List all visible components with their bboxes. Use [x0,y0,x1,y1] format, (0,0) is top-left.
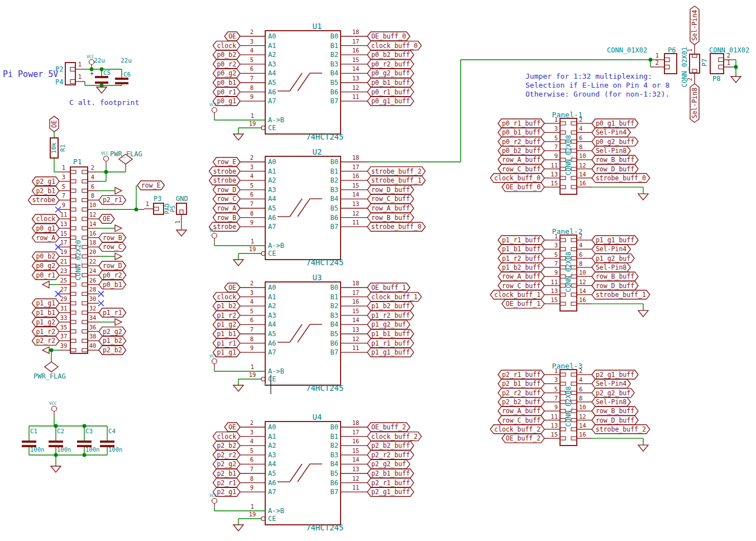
global-label-p1_r2[interactable]: p1_r2 [213,311,241,320]
global-label-OE_buff_2[interactable]: OE_buff_2 [367,423,410,432]
global-label-p2_r1[interactable]: p2_r1 [99,195,126,204]
global-label-p2_b1_buff[interactable]: p2_b1_buff [367,469,414,478]
global-label-OE_buff_0[interactable]: OE_buff_0 [367,32,410,41]
global-label-row_A_buff[interactable]: row_A_buff [498,272,544,281]
global-label-strobe_buff_2[interactable]: strobe_buff_2 [592,425,650,434]
global-label-row_B_buff[interactable]: row_B_buff [592,406,638,415]
vcc-symbol[interactable]: VCC [209,353,217,368]
global-label-OE[interactable]: OE [50,116,59,132]
global-label-p1_r2[interactable]: p1_r2 [32,327,60,336]
connector-Panel-2[interactable]: Panel-2CONN_02X081p1_r1_buff3p1_b1_buff5… [490,227,649,317]
global-label-p1_b1[interactable]: p1_b1 [32,308,60,317]
global-label-p2_b2[interactable]: p2_b2 [213,441,241,450]
global-label-Sel-Pin8[interactable]: Sel-Pin8 [592,398,630,406]
global-label-p1_b1_buff[interactable]: p1_b1_buff [367,329,414,338]
global-label-p0_b1_buff[interactable]: p0_b1_buff [498,128,544,137]
global-label-p1_b2_buff[interactable]: p1_b2_buff [498,263,544,272]
global-label-p0_g2[interactable]: p0_g2 [213,69,241,78]
pad-P3[interactable]: 1P3PAD [144,195,170,214]
global-label-Sel-Pin8[interactable]: Sel-Pin8 [592,263,630,272]
global-label-p2_b2_buff[interactable]: p2_b2_buff [498,398,544,406]
global-label-clock[interactable]: clock [32,214,60,223]
global-label-clock_buff_0[interactable]: clock_buff_0 [367,41,422,50]
global-label-p2_r1[interactable]: p2_r1 [213,478,241,487]
global-label-p0_r2[interactable]: p0_r2 [213,60,241,69]
global-label-p1_r1[interactable]: p1_r1 [99,308,126,317]
capacitor-C2[interactable]: C2100n [49,426,71,455]
ic-U2[interactable]: U274HCT2452A0row_E3A1strobe4A2strobe5A3r… [209,147,425,267]
capacitor-C5[interactable]: +C522u [90,57,111,85]
global-label-p0_r1[interactable]: p0_r1 [213,88,241,97]
vcc-symbol[interactable]: VCC [209,228,217,243]
global-label-OE_buff_1[interactable]: OE_buff_1 [502,299,544,308]
gnd-symbol[interactable] [731,76,741,83]
global-label-row_A_buff[interactable]: row_A_buff [498,155,544,164]
global-label-row_E[interactable]: row_E [137,181,165,190]
gnd-symbol[interactable] [638,310,648,317]
global-label-p1_b2[interactable]: p1_b2 [99,336,126,345]
global-label-p0_g2_buff[interactable]: p0_g2_buff [592,137,638,146]
vcc-symbol[interactable]: VCC [101,151,109,166]
global-label-clock_buff_1[interactable]: clock_buff_1 [490,290,544,299]
global-label-p1_r1_buff[interactable]: p1_r1_buff [498,236,544,245]
capacitor-C1[interactable]: C1100n [22,426,44,455]
global-label-row_C_buff[interactable]: row_C_buff [498,416,544,425]
global-label-OE[interactable]: OE [224,423,240,432]
global-label-p0_b1[interactable]: p0_b1 [99,280,126,289]
gnd-symbol[interactable] [97,87,107,93]
connector-Panel-3[interactable]: Panel-3CONN_02X081p2_r1_buff3p2_b1_buff5… [490,362,649,451]
ic-U4[interactable]: U474HCT2452A0OE3A1clock4A2p2_b25A3p2_r26… [209,413,422,532]
global-label-OE_buff_2[interactable]: OE_buff_2 [502,434,544,443]
global-label-p1_g1[interactable]: p1_g1 [32,299,60,308]
resistor-R1[interactable]: 10kR1 [50,138,66,158]
global-label-p2_b2[interactable]: p2_b2 [99,346,126,355]
global-label-p1_r1_buff[interactable]: p1_r1_buff [367,339,414,348]
global-label-row_D_buff[interactable]: row_D_buff [592,165,638,174]
global-label-strobe_buff_1[interactable]: strobe_buff_1 [367,176,425,185]
global-label-row_D[interactable]: row_D [99,261,126,270]
global-label-p0_g2_buff[interactable]: p0_g2_buff [367,69,414,78]
global-label-row_C_buff[interactable]: row_C_buff [498,281,544,290]
global-label-p2_b1[interactable]: p2_b1 [213,469,241,478]
global-label-p1_g1_buff[interactable]: p1_g1_buff [367,348,414,357]
global-label-row_C_buff[interactable]: row_C_buff [498,165,544,174]
connector-P1[interactable]: P1CONN_02X20110kR1OE3p2_g15p2_b17strobe9… [28,116,165,380]
global-label-p0_g2[interactable]: p0_g2 [32,261,60,270]
global-label-p2_r2[interactable]: p2_r2 [32,336,60,345]
ic-U3[interactable]: U374HCT2452A0OE3A1clock4A2p1_b25A3p1_r26… [209,273,422,392]
vcc-symbol[interactable]: VCC [87,54,94,69]
global-label-p2_b2_buff[interactable]: p2_b2_buff [367,441,414,450]
vcc-symbol[interactable]: VCC [209,493,217,508]
global-label-p0_r1_buff[interactable]: p0_r1_buff [367,88,414,97]
global-label-row_C_buff[interactable]: row_C_buff [367,194,414,203]
global-label-row_B[interactable]: row_B [213,213,241,222]
global-label-p1_b2_buff[interactable]: p1_b2_buff [367,301,414,310]
global-label-p0_r1_buff[interactable]: p0_r1_buff [498,119,544,128]
global-label-p1_g1_buff[interactable]: p1_g1_buff [592,236,638,245]
global-label-row_D_buff[interactable]: row_D_buff [592,281,638,290]
global-label-p0_g1[interactable]: p0_g1 [32,224,60,233]
gnd-symbol[interactable] [176,230,186,236]
vcc-symbol[interactable]: VCC [49,401,57,416]
global-label-clock[interactable]: clock [213,432,241,441]
global-label-p1_r2_buff[interactable]: p1_r2_buff [498,254,544,263]
global-label-Sel-Pin4[interactable]: Sel-Pin4 [690,6,699,45]
global-label-strobe_buff_2[interactable]: strobe_buff_2 [367,167,425,176]
global-label-p0_r2_buff[interactable]: p0_r2_buff [367,60,414,69]
global-label-p2_g2[interactable]: p2_g2 [99,327,126,336]
global-label-Sel-Pin8[interactable]: Sel-Pin8 [690,84,699,122]
global-label-row_B[interactable]: row_B [99,233,126,242]
global-label-p2_g1_buff[interactable]: p2_g1_buff [367,487,414,496]
global-label-strobe_buff_0[interactable]: strobe_buff_0 [592,174,650,183]
global-label-Sel-Pin4[interactable]: Sel-Pin4 [592,379,630,388]
pwr-flag-symbol[interactable]: PWR_FLAG [34,362,66,380]
global-label-OE[interactable]: OE [99,214,114,223]
ic-U1[interactable]: U174HCT2452A0OE3A1clock4A2p0_b25A3p0_r26… [209,22,422,141]
gnd-symbol[interactable] [233,525,243,531]
capacitor-C6[interactable]: C622u [115,57,132,85]
gnd-symbol[interactable] [233,385,243,391]
global-label-clock[interactable]: clock [213,293,241,301]
capacitor-C3[interactable]: C3100n [77,426,99,455]
global-label-Sel-Pin4[interactable]: Sel-Pin4 [592,128,630,137]
pwr-flag-symbol[interactable]: PWR_FLAG [110,150,142,168]
